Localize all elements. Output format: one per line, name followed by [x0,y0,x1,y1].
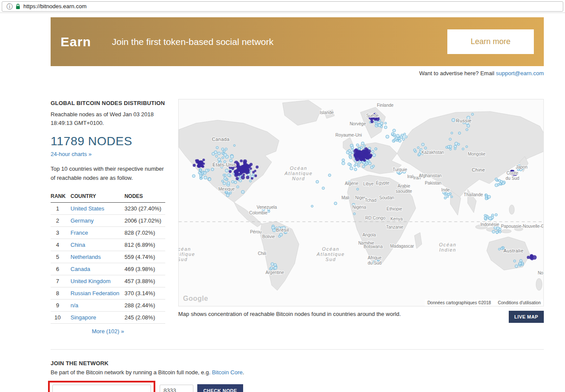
nodes-cell: 828 (7.02%) [125,226,165,239]
bitcoin-node-dot [414,149,416,151]
map-label: Madagascar [390,244,414,249]
country-link[interactable]: Russian Federation [71,290,119,296]
bitcoin-node-dot [250,167,252,170]
map-label: Tchad [365,198,376,203]
address-bar[interactable]: ⓘ https://bitnodes.earn.com [2,1,563,12]
country-link[interactable]: China [71,242,85,248]
country-link[interactable]: France [71,229,88,236]
map-attribution: Données cartographiques ©2018 Conditions… [425,300,543,306]
bitcoin-node-dot [204,176,207,179]
section-divider [51,349,544,350]
country-header: COUNTRY [71,190,125,203]
country-link[interactable]: Singapore [71,314,96,321]
bitcoin-node-dot [245,170,247,173]
join-network-section: JOIN THE NETWORK Be part of the Bitcoin … [51,360,544,392]
rank-cell: 2 [51,214,71,226]
rank-cell: 5 [51,251,71,263]
map-label: Islande [320,110,334,115]
country-link[interactable]: Netherlands [71,254,101,260]
page-info-icon[interactable]: ⓘ [6,3,13,10]
bitcoin-node-dot [212,153,215,156]
bitcoin-node-dot [496,231,498,233]
table-row: 1United States3230 (27.40%) [51,202,165,214]
country-link[interactable]: United States [71,205,104,212]
map-label: Pakistan [425,181,441,185]
map-label: Coréedu Sud [506,171,520,181]
bitcoin-node-dot [197,161,200,164]
map-label: Arabiesaoudite [396,184,412,194]
table-header-row: RANK COUNTRY NODES [51,190,165,203]
country-link[interactable]: n/a [71,302,78,309]
map-label: Suède [366,113,379,118]
bitcoin-node-dot [208,169,210,171]
map-label: Japon [516,165,527,169]
bitcoin-node-dot [515,265,518,268]
bitcoin-node-dot [218,158,221,161]
bitcoin-node-dot [446,193,448,195]
map-label: Venezuela [257,205,277,210]
bitcoin-node-dot [449,138,451,140]
advertise-line: Want to advertise here? Email support@ea… [51,70,544,76]
bitcoin-node-dot [356,188,359,190]
charts-link[interactable]: 24-hour charts » [51,151,92,157]
map-canvas: IslandeFinlandeSuèdeNorvègeRussieCanadaR… [179,99,544,306]
bitcoin-node-dot [361,142,364,145]
bitcoin-core-link[interactable]: Bitcoin Core [212,369,243,376]
bitcoin-node-dot [227,182,230,185]
stats-heading: GLOBAL BITCOIN NODES DISTRIBUTION [51,99,165,108]
join-heading: JOIN THE NETWORK [51,360,544,367]
nodes-cell: 559 (4.74%) [125,251,165,263]
bitcoin-node-dot [358,148,360,150]
map-label: OcéanIndien [439,242,456,252]
bitcoin-node-dot [199,175,202,177]
support-email-link[interactable]: support@earn.com [496,70,544,76]
map-label: OcéanAtlantiqueNord [284,166,313,181]
bitcoin-node-dot [404,133,406,135]
bitcoin-node-dot [393,139,395,141]
world-map[interactable]: IslandeFinlandeSuèdeNorvègeRussieCanadaR… [178,99,544,306]
live-map-button[interactable]: LIVE MAP [509,311,544,323]
bitcoin-node-dot [202,171,204,173]
bitcoin-node-dot [449,148,451,150]
map-label: Finlande [377,103,394,108]
map-label: OcéanAtlantiqueSud [316,246,345,262]
bitcoin-node-dot [384,126,387,129]
bitcoin-node-dot [322,187,324,189]
bitcoin-node-dot [356,150,359,153]
check-node-button[interactable]: CHECK NODE [197,384,243,392]
country-link[interactable]: United Kingdom [71,278,111,284]
top-countries-table: RANK COUNTRY NODES 1United States3230 (2… [51,190,165,324]
bitcoin-node-dot [328,174,331,176]
bitcoin-node-dot [342,162,345,165]
bitcoin-node-dot [356,144,359,147]
advertise-text: Want to advertise here? Email [419,70,496,76]
bitcoin-node-dot [484,214,486,217]
node-address-input[interactable] [52,385,151,392]
bitcoin-node-dot [254,175,257,177]
learn-more-button[interactable]: Learn more [447,29,534,54]
bitcoin-node-dot [252,173,254,175]
map-terms-link[interactable]: Conditions d'utilisation [498,300,541,305]
https-lock-icon[interactable] [16,3,20,10]
bitcoin-node-dot [249,180,251,182]
earn-ad-banner[interactable]: Earn Join the first token-based social n… [51,17,544,66]
bitcoin-node-dot [350,156,352,159]
country-link[interactable]: Germany [71,217,93,224]
table-row: 5Netherlands559 (4.74%) [51,251,165,263]
nodes-cell: 469 (3.98%) [125,263,165,275]
map-label: Chili [258,251,266,256]
table-row: 6Canada469 (3.98%) [51,263,165,275]
bitcoin-node-dot [444,197,446,199]
map-label: Colombie [249,210,268,215]
country-link[interactable]: Canada [71,266,90,272]
map-label: Inde [441,188,450,192]
port-input[interactable] [160,385,193,392]
nodes-table-body: 1United States3230 (27.40%)2Germany2006 … [51,202,165,323]
bitcoin-node-dot [372,150,374,153]
bitcoin-node-dot [193,164,196,167]
map-label: Botswana [364,244,383,249]
map-label: Mexique [218,187,235,191]
more-countries-link[interactable]: More (102) » [51,328,165,335]
bitcoin-node-dot [208,178,211,181]
bitcoin-node-dot [462,148,464,150]
